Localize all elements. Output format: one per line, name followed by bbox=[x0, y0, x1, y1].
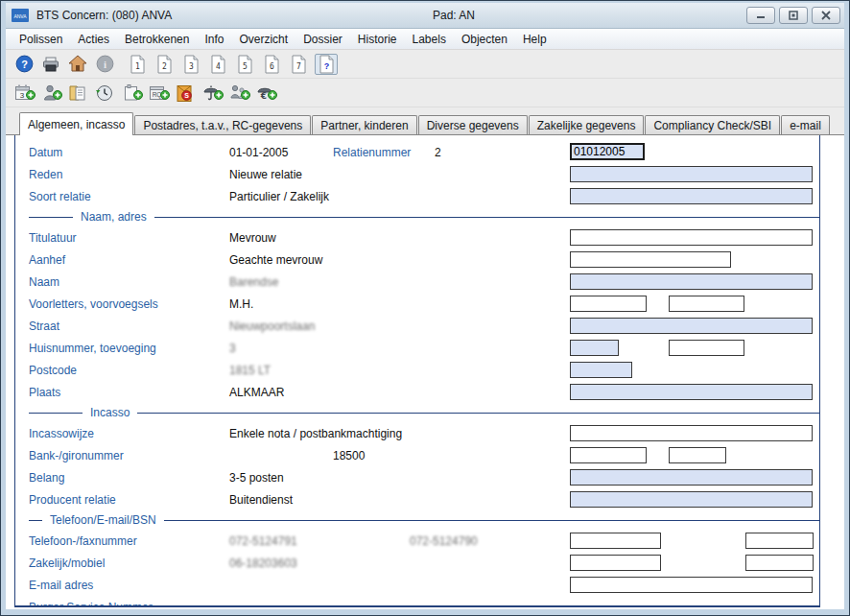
huisnummer-input[interactable] bbox=[570, 340, 619, 356]
tab-postadres-rc-gegevens[interactable]: Postadres, t.a.v., RC-gegevens bbox=[134, 115, 311, 134]
svg-text:?: ? bbox=[323, 61, 329, 71]
envelope-s-icon[interactable]: S bbox=[175, 83, 196, 104]
menu-help[interactable]: Help bbox=[515, 31, 555, 48]
naam-input[interactable] bbox=[570, 273, 813, 290]
incassowijze-input[interactable] bbox=[570, 425, 813, 441]
soort-relatie-input[interactable] bbox=[570, 188, 813, 204]
menu-betrokkenen[interactable]: Betrokkenen bbox=[117, 31, 197, 48]
maximize-button[interactable] bbox=[779, 7, 808, 24]
print-icon[interactable] bbox=[40, 54, 61, 75]
telefoonnummer-input[interactable] bbox=[570, 533, 661, 549]
tab-email[interactable]: e-mail bbox=[781, 115, 830, 134]
help-icon[interactable]: ? bbox=[13, 54, 35, 75]
email-adres-label: E-mail adres bbox=[29, 579, 229, 592]
close-button[interactable] bbox=[812, 7, 840, 24]
mobiel-input[interactable] bbox=[745, 555, 814, 571]
voorletters-input[interactable] bbox=[570, 296, 647, 312]
datum-value: 01-01-2005 bbox=[229, 146, 288, 159]
menubar: Polissen Acties Betrokkenen Info Overzic… bbox=[6, 29, 844, 50]
section-line bbox=[29, 217, 73, 218]
screen-1-icon[interactable]: 1 bbox=[127, 54, 148, 75]
tab-bar: Algemeen, incasso Postadres, t.a.v., RC-… bbox=[6, 107, 844, 135]
soort-relatie-value: Particulier / Zakelijk bbox=[229, 190, 329, 203]
toevoeging-input[interactable] bbox=[669, 340, 744, 356]
straat-input[interactable] bbox=[570, 318, 813, 334]
tab-algemeen-incasso[interactable]: Algemeen, incasso bbox=[19, 112, 133, 135]
add-note-icon[interactable] bbox=[121, 83, 142, 104]
postcode-input[interactable] bbox=[570, 362, 632, 378]
toolbar-top: ? i 1 2 3 4 5 bbox=[6, 50, 844, 79]
anva-logo-icon: ANVA bbox=[12, 9, 29, 22]
belang-input[interactable] bbox=[570, 469, 813, 486]
incassowijze-label: Incassowijze bbox=[29, 427, 229, 440]
home-icon[interactable] bbox=[67, 54, 88, 75]
panel-bottom-border bbox=[15, 605, 819, 607]
screen-3-icon[interactable]: 3 bbox=[180, 54, 201, 75]
aanhef-label: Aanhef bbox=[29, 253, 229, 267]
straat-label: Straat bbox=[29, 320, 229, 333]
svg-text:?: ? bbox=[21, 59, 28, 70]
copy-document-icon[interactable] bbox=[67, 83, 88, 104]
email-adres-input[interactable] bbox=[570, 577, 813, 593]
banknummer-input[interactable] bbox=[570, 447, 647, 463]
add-claim-euro-icon[interactable]: € bbox=[255, 83, 276, 104]
screen-6-icon[interactable]: 6 bbox=[261, 54, 282, 75]
plaats-input[interactable] bbox=[570, 384, 813, 400]
tab-partner-kinderen[interactable]: Partner, kinderen bbox=[312, 115, 416, 134]
menu-info[interactable]: Info bbox=[197, 31, 231, 48]
tab-compliancy-check-sbi[interactable]: Compliancy Check/SBI bbox=[645, 115, 780, 134]
postcode-label: Postcode bbox=[29, 364, 229, 377]
aanhef-input[interactable] bbox=[570, 251, 731, 268]
titulatuur-input[interactable] bbox=[570, 229, 813, 246]
screen-5-icon[interactable]: 5 bbox=[234, 54, 255, 75]
screen-help-icon[interactable]: ? bbox=[315, 54, 338, 75]
minimize-button[interactable] bbox=[746, 7, 775, 24]
relatienummer-value: 2 bbox=[435, 146, 441, 159]
telefoonnummer-value: 072-5124791 bbox=[229, 534, 297, 548]
plus-badge-icon bbox=[160, 86, 170, 104]
datum-input[interactable] bbox=[570, 143, 645, 160]
add-policy-umbrella-icon[interactable] bbox=[201, 83, 223, 104]
screen-7-icon[interactable]: 7 bbox=[288, 54, 309, 75]
voorletters-label: Voorletters, voorvoegsels bbox=[29, 297, 229, 311]
form-row-datum: Datum 01-01-2005 Relatienummer 2 bbox=[29, 141, 819, 163]
section-line bbox=[137, 413, 819, 414]
faxnummer-input[interactable] bbox=[745, 533, 814, 549]
add-calendar-icon[interactable]: 3 bbox=[13, 83, 35, 104]
gironummer-input[interactable] bbox=[669, 447, 726, 463]
voorvoegsels-input[interactable] bbox=[669, 296, 744, 312]
form-row-postcode: Postcode 1815 LT bbox=[29, 359, 819, 381]
pad-label: Pad: AN bbox=[433, 9, 475, 22]
form-row-zakelijk-mobiel: Zakelijk/mobiel 06-18203603 bbox=[29, 552, 819, 574]
menu-acties[interactable]: Acties bbox=[70, 31, 117, 48]
menu-objecten[interactable]: Objecten bbox=[454, 31, 515, 48]
datum-label: Datum bbox=[29, 146, 229, 159]
section-telefoon-label: Telefoon/E-mail/BSN bbox=[50, 513, 156, 527]
form-row-soort-relatie: Soort relatie Particulier / Zakelijk bbox=[29, 185, 819, 207]
menu-labels[interactable]: Labels bbox=[405, 31, 454, 48]
add-person-icon[interactable] bbox=[40, 83, 61, 104]
tab-diverse-gegevens[interactable]: Diverse gegevens bbox=[418, 115, 528, 134]
producent-relatie-value: Buitendienst bbox=[229, 493, 293, 507]
zakelijk-input[interactable] bbox=[570, 555, 661, 571]
form-row-straat: Straat Nieuwpoortslaan bbox=[29, 315, 819, 337]
form-row-belang: Belang 3-5 posten bbox=[29, 466, 819, 488]
reden-input[interactable] bbox=[570, 166, 813, 182]
tab-zakelijke-gegevens[interactable]: Zakelijke gegevens bbox=[529, 115, 645, 134]
menu-historie[interactable]: Historie bbox=[350, 31, 405, 48]
menu-dossier[interactable]: Dossier bbox=[295, 31, 350, 48]
plaats-value: ALKMAAR bbox=[229, 386, 284, 399]
section-incasso-label: Incasso bbox=[90, 406, 130, 419]
producent-relatie-input[interactable] bbox=[570, 491, 813, 508]
form-row-voorletters: Voorletters, voorvoegsels M.H. bbox=[29, 293, 819, 315]
screen-2-icon[interactable]: 2 bbox=[153, 54, 175, 75]
menu-polissen[interactable]: Polissen bbox=[12, 31, 70, 48]
add-family-icon[interactable] bbox=[228, 83, 249, 104]
menu-overzicht[interactable]: Overzicht bbox=[231, 31, 295, 48]
history-clock-icon[interactable] bbox=[94, 83, 115, 104]
screen-4-icon[interactable]: 4 bbox=[207, 54, 228, 75]
section-incasso: Incasso bbox=[29, 403, 819, 422]
reden-value: Nieuwe relatie bbox=[229, 168, 302, 181]
add-rq-icon[interactable]: RQ bbox=[148, 83, 169, 104]
svg-text:1: 1 bbox=[135, 62, 140, 71]
